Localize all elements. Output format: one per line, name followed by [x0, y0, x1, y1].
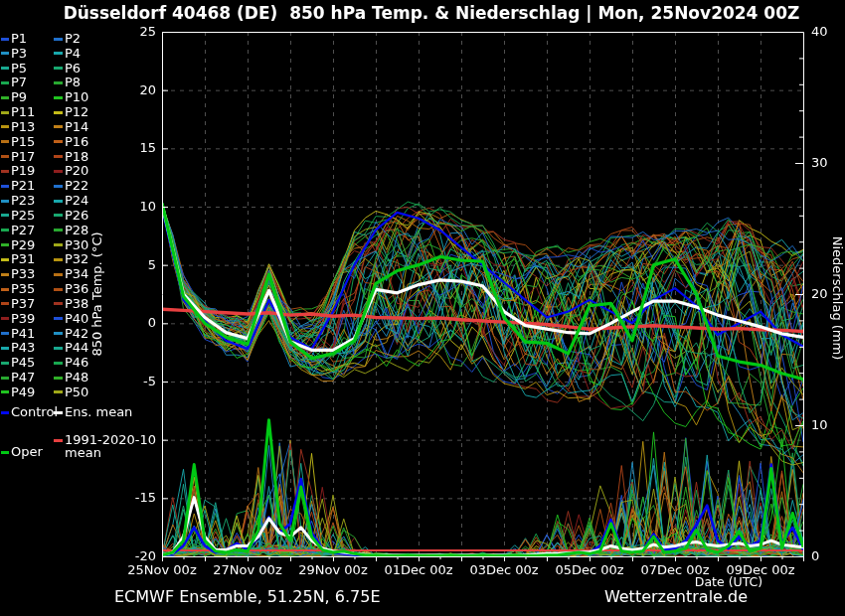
- legend-item-p47-label: P47: [11, 371, 35, 385]
- legend-item-p14-swatch: [54, 125, 63, 128]
- plot-canvas: [0, 0, 845, 616]
- y-tick-label-temp: -5: [143, 375, 156, 388]
- legend-item-p20-swatch: [54, 170, 63, 173]
- legend-item-p30-label: P30: [65, 238, 88, 252]
- legend-item-p44-label: P44: [65, 341, 88, 355]
- legend-item-p24-label: P24: [65, 194, 88, 208]
- legend-item-p49-swatch: [1, 390, 9, 393]
- x-tick-label: 03Dec 00z: [469, 563, 538, 577]
- legend-item-p11-swatch: [1, 111, 9, 114]
- legend-item-p42-swatch: [54, 332, 63, 335]
- legend-item-p26-label: P26: [65, 209, 88, 223]
- legend-item-p7-label: P7: [11, 76, 27, 89]
- legend-item-p25-label: P25: [11, 209, 35, 223]
- legend-item-p45-label: P45: [11, 356, 35, 370]
- legend-item-p46-label: P46: [65, 356, 88, 370]
- legend-item-p15-label: P15: [11, 135, 35, 149]
- legend-item-p50-swatch: [54, 390, 63, 393]
- y-tick-label-temp: -20: [135, 549, 156, 563]
- legend-item-oper-swatch: [1, 451, 9, 454]
- legend-item-p5-swatch: [1, 67, 9, 70]
- y-tick-label-temp: 0: [148, 316, 156, 330]
- legend-item-p39-label: P39: [11, 312, 35, 326]
- legend-item-p14-label: P14: [65, 120, 88, 134]
- legend-item-p38-label: P38: [65, 297, 88, 311]
- legend-item-p2-label: P2: [65, 32, 81, 46]
- y-tick-label-precip: 40: [811, 25, 828, 39]
- legend-item-p32-swatch: [54, 258, 63, 261]
- legend-item-p38-swatch: [54, 302, 63, 305]
- y-tick-label-temp: -10: [135, 433, 156, 447]
- legend-item-p35-label: P35: [11, 282, 35, 296]
- legend-item-p33-swatch: [1, 273, 9, 276]
- legend-item-p40-swatch: [54, 317, 63, 320]
- legend-item-p15-swatch: [1, 140, 9, 143]
- left-axis-label: 850 hPa Temp. (°C): [89, 231, 104, 356]
- legend-item-p4-label: P4: [65, 47, 81, 61]
- legend-item-p46-swatch: [54, 362, 63, 365]
- legend-item-p44-swatch: [54, 347, 63, 350]
- legend-item-p36-swatch: [54, 288, 63, 291]
- legend-item-p30-swatch: [54, 243, 63, 246]
- legend-item-p48-swatch: [54, 377, 63, 380]
- legend-item-p1-swatch: [1, 38, 9, 41]
- legend-item-p40-label: P40: [65, 312, 88, 326]
- legend-item-p26-swatch: [54, 214, 63, 217]
- legend-item-p49-label: P49: [11, 385, 35, 399]
- legend-item-p28-swatch: [54, 229, 63, 231]
- legend-item-p41-swatch: [1, 332, 9, 335]
- legend-item-p1-label: P1: [11, 32, 27, 46]
- legend-item-p21-label: P21: [11, 179, 35, 193]
- legend-item-p41-label: P41: [11, 327, 35, 341]
- legend-item-p37-swatch: [1, 302, 9, 305]
- legend-item-p6-label: P6: [65, 62, 81, 76]
- legend-item-p21-swatch: [1, 185, 9, 188]
- x-tick-label: 25Nov 00z: [127, 563, 196, 577]
- legend-item-p39-swatch: [1, 317, 9, 320]
- legend-item-p12-swatch: [54, 111, 63, 114]
- legend-item-p19-swatch: [1, 170, 9, 173]
- y-tick-label-temp: -15: [135, 491, 156, 505]
- legend-item-p27-label: P27: [11, 224, 35, 237]
- legend-item-p19-label: P19: [11, 164, 35, 178]
- x-tick-label: 01Dec 00z: [384, 563, 452, 577]
- legend-item-p34-label: P34: [65, 267, 88, 281]
- x-tick-label: 05Dec 00z: [555, 563, 623, 577]
- y-tick-label-temp: 10: [139, 200, 156, 214]
- legend-item-p10-swatch: [54, 96, 63, 99]
- legend-item-p29-label: P29: [11, 238, 35, 252]
- legend-item-p23-swatch: [1, 200, 9, 203]
- x-tick-label: 29Nov 00z: [298, 563, 367, 577]
- legend-item-p24-swatch: [54, 200, 63, 203]
- legend-item-control-label: Control: [11, 405, 58, 419]
- legend-item-p47-swatch: [1, 377, 9, 380]
- legend-item-p16-label: P16: [65, 135, 88, 149]
- legend-item-p31-label: P31: [11, 252, 35, 266]
- legend-item-p2-swatch: [54, 38, 63, 41]
- ensemble-forecast-figure: Düsseldorf 40468 (DE) 850 hPa Temp. & Ni…: [0, 0, 845, 616]
- legend-item-p23-label: P23: [11, 194, 35, 208]
- y-tick-label-temp: 5: [148, 258, 156, 272]
- y-tick-label-precip: 10: [811, 418, 828, 432]
- legend-item-p3-swatch: [1, 52, 9, 55]
- legend-item-p10-label: P10: [65, 90, 88, 104]
- footer-site-name: Wetterzentrale.de: [604, 587, 748, 606]
- legend-item-p11-label: P11: [11, 105, 35, 119]
- legend-item-p31-swatch: [1, 258, 9, 261]
- legend-item-p18-swatch: [54, 155, 63, 158]
- legend-item-p48-label: P48: [65, 371, 88, 385]
- legend-item-p42-label: P42: [65, 327, 88, 341]
- legend-item-p36-label: P36: [65, 282, 88, 296]
- legend-item-p17-swatch: [1, 155, 9, 158]
- legend-item-p5-label: P5: [11, 62, 27, 76]
- legend-item-p33-label: P33: [11, 267, 35, 281]
- legend-item-p13-swatch: [1, 125, 9, 128]
- legend-item-clim-mean-swatch: [54, 439, 63, 442]
- legend-item-p8-label: P8: [65, 76, 81, 89]
- legend-item-p50-label: P50: [65, 385, 88, 399]
- legend-item-p7-swatch: [1, 81, 9, 84]
- legend-item-p20-label: P20: [65, 164, 88, 178]
- legend-item-p3-label: P3: [11, 47, 27, 61]
- chart-title: Düsseldorf 40468 (DE) 850 hPa Temp. & Ni…: [64, 3, 800, 23]
- legend-item-p43-label: P43: [11, 341, 35, 355]
